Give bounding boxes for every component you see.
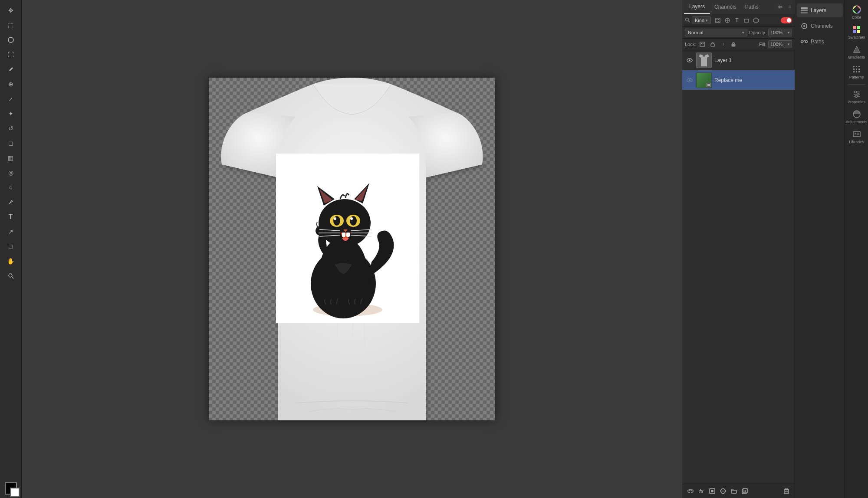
fill-value[interactable]: 100% ▾ <box>768 40 792 48</box>
lasso-tool[interactable] <box>4 33 18 47</box>
paths-floating-label: Paths <box>811 39 824 45</box>
foreground-color[interactable] <box>5 482 17 495</box>
search-icon <box>685 17 690 24</box>
link-layers-button[interactable] <box>686 486 695 496</box>
svg-point-87 <box>854 91 856 93</box>
svg-marker-38 <box>753 18 759 23</box>
libraries-icon <box>852 129 861 139</box>
panel-expand-icon[interactable]: ≫ <box>776 2 785 12</box>
svg-point-50 <box>711 490 713 492</box>
adjustments-label: Adjustments <box>846 120 868 124</box>
delete-layer-button[interactable] <box>782 486 791 496</box>
color-label: Color <box>852 15 861 20</box>
svg-rect-91 <box>853 131 860 137</box>
svg-rect-33 <box>718 19 719 20</box>
filter-kind-dropdown[interactable]: Kind ▾ <box>692 16 711 24</box>
hand-tool[interactable]: ✋ <box>4 254 18 268</box>
zoom-tool[interactable] <box>4 269 18 283</box>
svg-rect-21 <box>342 233 345 237</box>
background-color[interactable] <box>10 488 20 497</box>
shape-filter-icon[interactable] <box>742 16 751 24</box>
shape-tool[interactable]: □ <box>4 239 18 253</box>
blend-opacity-row: Normal ▾ Opacity: 100% ▾ <box>682 27 795 39</box>
svg-point-66 <box>801 41 803 43</box>
lock-all-icon[interactable] <box>729 40 738 48</box>
eyedropper-tool[interactable] <box>4 62 18 76</box>
clone-tool[interactable]: ✦ <box>4 107 18 121</box>
adjustment-filter-icon[interactable] <box>723 16 732 24</box>
svg-rect-81 <box>853 71 855 72</box>
libraries-label: Libraries <box>849 140 864 144</box>
patterns-panel-button[interactable]: Patterns <box>846 62 868 82</box>
properties-panel-button[interactable]: Properties <box>846 87 868 106</box>
lock-fill-row: Lock: + Fill: 100% ▾ <box>682 39 795 50</box>
gradient-tool[interactable]: ▦ <box>4 151 18 165</box>
layer-item-replace-me[interactable]: Replace me <box>682 70 795 90</box>
healing-tool[interactable]: ⊕ <box>4 77 18 91</box>
layer-effects-button[interactable]: fx <box>697 486 706 496</box>
type-filter-icon[interactable]: T <box>733 16 741 24</box>
svg-point-1 <box>9 274 12 277</box>
svg-point-0 <box>8 37 13 43</box>
filter-toggle[interactable] <box>781 17 792 23</box>
eraser-tool[interactable]: ◻ <box>4 136 18 150</box>
fill-label: Fill: <box>759 42 766 47</box>
lock-position-icon[interactable] <box>708 40 717 48</box>
main-canvas-area <box>22 0 682 498</box>
blend-mode-dropdown[interactable]: Normal ▾ <box>685 29 747 36</box>
svg-rect-34 <box>717 21 717 22</box>
gradients-panel-button[interactable]: Gradients <box>846 43 868 62</box>
color-panel-button[interactable]: Color <box>846 3 868 22</box>
opacity-value[interactable]: 100% ▾ <box>768 29 792 36</box>
far-right-panel: Color Swatches Gradients Patterns <box>845 0 868 498</box>
new-layer-button[interactable] <box>740 486 750 496</box>
layers-floating-tab[interactable]: Layers <box>797 3 843 17</box>
gradients-label: Gradients <box>848 55 865 59</box>
replace-me-name: Replace me <box>714 77 742 83</box>
brush-tool[interactable] <box>4 92 18 106</box>
layers-tab[interactable]: Layers <box>684 0 710 14</box>
pixel-filter-icon[interactable] <box>713 16 722 24</box>
paths-floating-tab[interactable]: Paths <box>797 35 843 49</box>
layers-bottom-toolbar: fx <box>682 484 795 498</box>
svg-point-45 <box>689 59 690 61</box>
history-tool[interactable]: ↺ <box>4 121 18 135</box>
svg-rect-52 <box>731 490 736 493</box>
panel-menu-icon[interactable]: ≡ <box>786 2 793 12</box>
floating-tabs-sidebar: Layers Channels Paths <box>795 0 845 498</box>
pen-tool[interactable] <box>4 195 18 209</box>
svg-point-65 <box>803 25 805 27</box>
smart-object-filter-icon[interactable] <box>752 16 760 24</box>
lock-artboard-icon[interactable]: + <box>719 40 727 48</box>
new-fill-adjustment-button[interactable] <box>718 486 728 496</box>
swatches-panel-button[interactable]: Swatches <box>846 23 868 42</box>
move-tool[interactable]: ✥ <box>4 3 18 17</box>
replace-me-visibility-icon[interactable] <box>686 76 694 84</box>
layer-1-visibility-icon[interactable] <box>686 56 694 64</box>
paths-floating-icon <box>800 38 808 46</box>
svg-rect-82 <box>856 71 857 72</box>
layer-item-1[interactable]: Layer 1 <box>682 50 795 70</box>
paths-tab[interactable]: Paths <box>741 0 763 13</box>
selection-tool[interactable]: ⬚ <box>4 18 18 32</box>
channels-tab[interactable]: Channels <box>710 0 741 13</box>
lock-pixels-icon[interactable] <box>698 40 707 48</box>
replace-me-thumbnail <box>696 72 712 88</box>
channels-floating-tab[interactable]: Channels <box>797 19 843 33</box>
layers-panel-container: Layers Channels Paths ≫ ≡ Kind ▾ <box>682 0 795 498</box>
svg-rect-80 <box>858 69 860 70</box>
dodge-tool[interactable]: ○ <box>4 180 18 194</box>
new-group-button[interactable] <box>729 486 739 496</box>
type-tool[interactable]: T <box>4 210 18 224</box>
svg-rect-62 <box>801 10 808 11</box>
svg-point-7 <box>323 299 342 311</box>
svg-rect-32 <box>717 19 717 20</box>
blur-tool[interactable]: ◎ <box>4 166 18 180</box>
adjustments-panel-button[interactable]: Adjustments <box>846 107 868 126</box>
crop-tool[interactable]: ⛶ <box>4 48 18 62</box>
svg-point-8 <box>347 299 366 311</box>
svg-point-89 <box>855 95 857 98</box>
layer-mask-button[interactable] <box>707 486 717 496</box>
path-selection-tool[interactable]: ↗ <box>4 225 18 239</box>
libraries-panel-button[interactable]: Libraries <box>846 127 868 146</box>
